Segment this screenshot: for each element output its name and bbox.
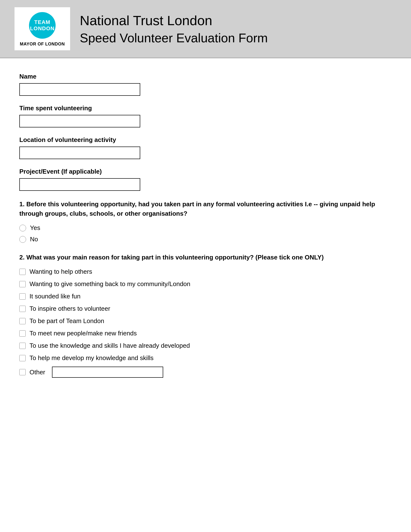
main-content: Name Time spent volunteering Location of… — [0, 58, 411, 532]
question2-checkbox-group: Wanting to help others Wanting to give s… — [19, 268, 392, 378]
checkbox-develop-skills-input[interactable] — [19, 355, 26, 361]
checkbox-fun-label: It sounded like fun — [29, 293, 81, 300]
question1-text: 1. Before this volunteering opportunity,… — [19, 200, 392, 218]
question1-radio-group: Yes No — [19, 224, 392, 243]
question2-group: 2. What was your main reason for taking … — [19, 253, 392, 378]
checkbox-inspire-input[interactable] — [19, 306, 26, 312]
logo-line1: TEAM — [34, 19, 50, 25]
time-input[interactable] — [19, 115, 140, 127]
checkbox-other-label: Other — [29, 369, 45, 376]
radio-no-label: No — [30, 236, 38, 243]
checkbox-community-label: Wanting to give something back to my com… — [29, 280, 190, 288]
checkbox-community[interactable]: Wanting to give something back to my com… — [19, 280, 392, 288]
name-input[interactable] — [19, 83, 140, 96]
team-london-logo: TEAM LONDON — [29, 12, 56, 39]
radio-yes[interactable]: Yes — [19, 224, 392, 232]
checkbox-meet-people-label: To meet new people/make new friends — [29, 330, 137, 337]
checkbox-develop-skills[interactable]: To help me develop my knowledge and skil… — [19, 354, 392, 362]
checkbox-fun-input[interactable] — [19, 293, 26, 300]
checkbox-use-skills-label: To use the knowledge and skills I have a… — [29, 342, 190, 349]
radio-yes-label: Yes — [30, 224, 40, 232]
radio-yes-input[interactable] — [19, 225, 26, 231]
org-title: National Trust London — [80, 13, 268, 28]
name-label: Name — [19, 73, 392, 80]
radio-no[interactable]: No — [19, 236, 392, 243]
project-label: Project/Event (If applicable) — [19, 168, 392, 175]
form-title: Speed Volunteer Evaluation Form — [80, 31, 268, 45]
checkbox-wanting-help-label: Wanting to help others — [29, 268, 92, 276]
time-field-group: Time spent volunteering — [19, 104, 392, 127]
checkbox-use-skills-input[interactable] — [19, 343, 26, 349]
checkbox-fun[interactable]: It sounded like fun — [19, 293, 392, 300]
project-field-group: Project/Event (If applicable) — [19, 168, 392, 191]
location-label: Location of volunteering activity — [19, 136, 392, 144]
checkbox-inspire-label: To inspire others to volunteer — [29, 305, 110, 313]
mayor-of-london-label: MAYOR OF LONDON — [20, 42, 65, 47]
checkbox-team-london[interactable]: To be part of Team London — [19, 317, 392, 325]
checkbox-team-london-label: To be part of Team London — [29, 317, 104, 325]
checkbox-wanting-help[interactable]: Wanting to help others — [19, 268, 392, 276]
header-title-block: National Trust London Speed Volunteer Ev… — [80, 13, 268, 45]
question2-text: 2. What was your main reason for taking … — [19, 253, 392, 262]
logo-box: TEAM LONDON MAYOR OF LONDON — [15, 7, 70, 50]
name-field-group: Name — [19, 73, 392, 96]
checkbox-meet-people-input[interactable] — [19, 330, 26, 337]
checkbox-wanting-help-input[interactable] — [19, 269, 26, 275]
checkbox-other-input[interactable] — [19, 369, 26, 375]
time-label: Time spent volunteering — [19, 104, 392, 112]
team-london-text: TEAM LONDON — [30, 19, 54, 32]
header: TEAM LONDON MAYOR OF LONDON National Tru… — [0, 0, 411, 58]
project-input[interactable] — [19, 178, 140, 191]
checkbox-inspire[interactable]: To inspire others to volunteer — [19, 305, 392, 313]
checkbox-team-london-input[interactable] — [19, 318, 26, 324]
location-input[interactable] — [19, 147, 140, 159]
checkbox-use-skills[interactable]: To use the knowledge and skills I have a… — [19, 342, 392, 349]
page-container: TEAM LONDON MAYOR OF LONDON National Tru… — [0, 0, 411, 532]
other-text-input[interactable] — [52, 367, 163, 378]
location-field-group: Location of volunteering activity — [19, 136, 392, 159]
checkbox-develop-skills-label: To help me develop my knowledge and skil… — [29, 354, 154, 362]
logo-line2: LONDON — [30, 25, 54, 31]
radio-no-input[interactable] — [19, 236, 26, 243]
checkbox-meet-people[interactable]: To meet new people/make new friends — [19, 330, 392, 337]
checkbox-other-row: Other — [19, 367, 392, 378]
question1-group: 1. Before this volunteering opportunity,… — [19, 200, 392, 243]
checkbox-community-input[interactable] — [19, 281, 26, 287]
